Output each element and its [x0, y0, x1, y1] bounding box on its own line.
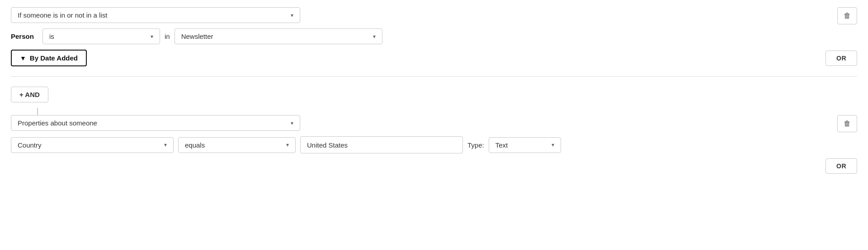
- or-position-2: OR: [826, 158, 857, 174]
- country-dropdown-chevron: ▾: [164, 142, 167, 148]
- section1-right: 🗑 OR: [826, 7, 857, 66]
- newsletter-dropdown-chevron: ▾: [373, 33, 376, 40]
- section1-delete-button[interactable]: 🗑: [837, 7, 857, 24]
- condition-row-2: Properties about someone ▾: [11, 115, 816, 131]
- divider-section: [11, 76, 857, 77]
- and-btn-container: + AND: [11, 81, 857, 108]
- person-row: Person is ▾ in Newsletter ▾: [11, 28, 816, 44]
- equals-dropdown-chevron: ▾: [286, 142, 289, 148]
- value-input-text: United States: [307, 141, 348, 149]
- condition-dropdown-2-chevron: ▾: [291, 120, 293, 126]
- section2-or-label: OR: [836, 162, 846, 170]
- filter-button[interactable]: ▼ By Date Added: [11, 50, 87, 66]
- type-dropdown-value: Text: [495, 141, 508, 149]
- bottom-section-2: Properties about someone ▾ Country ▾ equ…: [11, 115, 857, 174]
- and-button[interactable]: + AND: [11, 87, 48, 102]
- section2-delete-button[interactable]: 🗑: [837, 115, 857, 132]
- type-label: Type:: [467, 141, 484, 149]
- filter-button-label: By Date Added: [30, 54, 78, 62]
- condition-dropdown-1-value: If someone is in or not in a list: [18, 11, 107, 19]
- and-button-label: + AND: [19, 91, 40, 98]
- section2-or-button[interactable]: OR: [826, 158, 857, 174]
- filter-row: ▼ By Date Added: [11, 50, 816, 66]
- section1-trash-icon: 🗑: [844, 12, 851, 20]
- section1-or-button[interactable]: OR: [826, 51, 857, 66]
- person-label: Person: [11, 32, 38, 40]
- condition-dropdown-2-value: Properties about someone: [18, 119, 97, 127]
- condition-dropdown-2[interactable]: Properties about someone ▾: [11, 115, 300, 131]
- connector-line-bottom: [37, 108, 38, 115]
- equals-dropdown-value: equals: [185, 141, 205, 149]
- section1-or-label: OR: [836, 55, 846, 62]
- section1-left: If someone is in or not in a list ▾ Pers…: [11, 7, 816, 72]
- top-section-1: If someone is in or not in a list ▾ Pers…: [11, 7, 857, 72]
- section2-left: Properties about someone ▾ Country ▾ equ…: [11, 115, 816, 159]
- section2-trash-icon: 🗑: [844, 120, 851, 128]
- condition-dropdown-1-chevron: ▾: [291, 12, 293, 19]
- filter-icon: ▼: [20, 55, 26, 62]
- in-label: in: [165, 32, 170, 40]
- country-dropdown[interactable]: Country ▾: [11, 137, 174, 153]
- newsletter-dropdown[interactable]: Newsletter ▾: [175, 28, 382, 44]
- equals-dropdown[interactable]: equals ▾: [178, 137, 296, 153]
- condition-row-1: If someone is in or not in a list ▾: [11, 7, 816, 23]
- newsletter-dropdown-value: Newsletter: [181, 32, 213, 40]
- country-dropdown-value: Country: [18, 141, 42, 149]
- section2-right: 🗑 OR: [826, 115, 857, 174]
- value-input[interactable]: United States: [300, 136, 463, 153]
- condition-dropdown-1[interactable]: If someone is in or not in a list ▾: [11, 7, 300, 23]
- or-position-1: OR: [826, 51, 857, 66]
- type-dropdown-chevron: ▾: [552, 142, 554, 148]
- country-row: Country ▾ equals ▾ United States Type: T…: [11, 136, 816, 153]
- page-container: If someone is in or not in a list ▾ Pers…: [0, 0, 868, 250]
- section1-wrapper: If someone is in or not in a list ▾ Pers…: [11, 7, 857, 72]
- is-dropdown-chevron: ▾: [151, 33, 153, 40]
- is-dropdown[interactable]: is ▾: [42, 28, 160, 44]
- is-dropdown-value: is: [49, 32, 54, 40]
- type-dropdown[interactable]: Text ▾: [489, 137, 561, 153]
- section2-wrapper: Properties about someone ▾ Country ▾ equ…: [11, 115, 857, 174]
